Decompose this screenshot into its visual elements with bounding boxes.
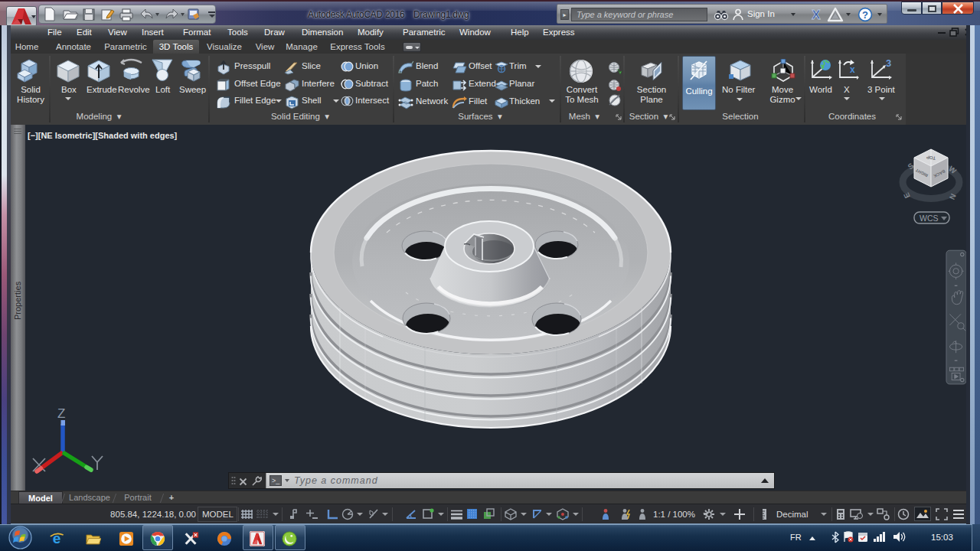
svg-text:WCS: WCS [920, 214, 939, 223]
svg-text:x: x [850, 64, 855, 75]
svg-text:X: X [812, 8, 821, 22]
svg-text:?: ? [862, 9, 868, 21]
svg-text:Z: Z [57, 406, 65, 421]
svg-text:3: 3 [886, 59, 891, 69]
